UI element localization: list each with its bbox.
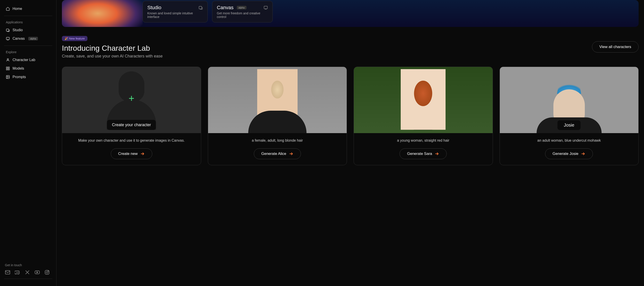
sidebar-item-canvas[interactable]: Canvas alpha bbox=[4, 34, 52, 43]
character-lab-section: 🎉 New feature Introducing Character Lab … bbox=[62, 36, 638, 165]
character-card-josie[interactable]: Josie an adult woman, blue undercut moha… bbox=[500, 67, 639, 165]
divider bbox=[4, 278, 52, 279]
sidebar-label-character-lab: Character Lab bbox=[12, 58, 35, 62]
feature-subtitle: Create, save, and use your own AI Charac… bbox=[62, 54, 162, 59]
hero-banner: Studio Known and loved simple intuitive … bbox=[62, 0, 638, 27]
character-card-alice[interactable]: Alice a female, adult, long blonde hair … bbox=[208, 67, 347, 165]
character-cards-row: + Create your character Make your own ch… bbox=[62, 67, 638, 165]
svg-rect-0 bbox=[6, 29, 9, 32]
youtube-icon[interactable] bbox=[34, 270, 40, 275]
sidebar-item-character-lab[interactable]: Character Lab bbox=[4, 56, 52, 64]
social-links bbox=[4, 270, 52, 275]
generate-sara-label: Generate Sara bbox=[407, 152, 432, 156]
x-twitter-icon[interactable] bbox=[25, 270, 30, 275]
sidebar-label-canvas: Canvas bbox=[12, 37, 25, 41]
create-character-label: Create your character bbox=[107, 120, 156, 130]
sidebar-label-models: Models bbox=[12, 67, 24, 71]
generate-josie-button[interactable]: Generate Josie bbox=[545, 148, 593, 159]
sidebar: Home Applications Studio Canvas alpha Ex… bbox=[0, 0, 56, 286]
new-feature-badge: 🎉 New feature bbox=[62, 36, 88, 41]
view-all-characters-button[interactable]: View all characters bbox=[592, 41, 638, 53]
layers-icon bbox=[198, 6, 203, 10]
svg-rect-1 bbox=[6, 37, 10, 40]
prompts-icon bbox=[6, 75, 10, 79]
svg-point-8 bbox=[7, 76, 8, 77]
svg-point-15 bbox=[48, 271, 49, 271]
create-character-image: + Create your character bbox=[62, 67, 201, 133]
instagram-icon[interactable] bbox=[44, 270, 50, 275]
feature-title: Introducing Character Lab bbox=[62, 44, 162, 53]
generate-josie-label: Generate Josie bbox=[552, 152, 578, 156]
arrow-right-icon bbox=[140, 151, 145, 156]
svg-point-14 bbox=[46, 271, 48, 273]
create-new-button[interactable]: Create new bbox=[111, 148, 152, 159]
create-new-label: Create new bbox=[118, 152, 138, 156]
svg-rect-6 bbox=[8, 69, 10, 70]
main-content: Studio Known and loved simple intuitive … bbox=[56, 0, 644, 286]
character-lab-icon bbox=[6, 58, 10, 62]
character-portrait-josie: Josie bbox=[500, 67, 638, 133]
svg-rect-16 bbox=[199, 6, 202, 9]
character-card-sara[interactable]: Sara a young woman, straight red hair Ge… bbox=[354, 67, 493, 165]
sidebar-label-home: Home bbox=[12, 7, 22, 11]
sidebar-label-prompts: Prompts bbox=[12, 75, 26, 79]
arrow-right-icon bbox=[580, 151, 586, 156]
home-icon bbox=[6, 7, 10, 11]
studio-icon bbox=[6, 28, 10, 32]
sidebar-item-prompts[interactable]: Prompts bbox=[4, 73, 52, 81]
create-character-card[interactable]: + Create your character Make your own ch… bbox=[62, 67, 201, 165]
generate-alice-button[interactable]: Generate Alice bbox=[254, 148, 301, 159]
character-desc-sara: a young woman, straight red hair bbox=[397, 138, 449, 143]
section-applications: Applications bbox=[4, 19, 52, 26]
arrow-right-icon bbox=[434, 151, 439, 156]
get-in-touch-label: Get in touch bbox=[4, 263, 52, 267]
character-name-alice: Alice bbox=[266, 120, 288, 130]
sidebar-item-home[interactable]: Home bbox=[4, 5, 52, 13]
hero-canvas-title: Canvas bbox=[217, 5, 234, 11]
alpha-badge: alpha bbox=[237, 6, 246, 10]
svg-rect-17 bbox=[264, 6, 268, 9]
character-portrait-sara: Sara bbox=[354, 67, 493, 133]
divider bbox=[4, 46, 52, 46]
character-desc-josie: an adult woman, blue undercut mohawk bbox=[537, 138, 601, 143]
svg-point-2 bbox=[7, 59, 8, 60]
discord-icon[interactable] bbox=[15, 270, 20, 275]
svg-rect-3 bbox=[6, 67, 8, 68]
arrow-right-icon bbox=[288, 151, 294, 156]
generate-sara-button[interactable]: Generate Sara bbox=[400, 148, 447, 159]
mail-icon[interactable] bbox=[5, 270, 10, 275]
character-portrait-alice: Alice bbox=[208, 67, 347, 133]
create-character-desc: Make your own character and use it to ge… bbox=[78, 138, 185, 143]
alpha-badge: alpha bbox=[28, 37, 38, 40]
canvas-icon bbox=[6, 37, 10, 41]
hero-card-canvas[interactable]: Canvas alpha Get more freedom and creati… bbox=[212, 1, 273, 23]
svg-rect-5 bbox=[6, 69, 8, 70]
hero-studio-desc: Known and loved simple intuitive interfa… bbox=[147, 12, 203, 19]
svg-point-11 bbox=[18, 272, 18, 272]
character-name-josie: Josie bbox=[558, 120, 580, 130]
section-explore: Explore bbox=[4, 49, 52, 56]
hero-canvas-desc: Get more freedom and creative control bbox=[217, 12, 268, 19]
sidebar-label-studio: Studio bbox=[12, 28, 23, 32]
sidebar-item-models[interactable]: Models bbox=[4, 64, 52, 73]
character-name-sara: Sara bbox=[412, 120, 434, 130]
models-icon bbox=[6, 67, 10, 71]
easel-icon bbox=[264, 6, 268, 10]
sidebar-item-studio[interactable]: Studio bbox=[4, 26, 52, 34]
generate-alice-label: Generate Alice bbox=[261, 152, 286, 156]
hero-studio-title: Studio bbox=[147, 5, 161, 11]
hero-card-studio[interactable]: Studio Known and loved simple intuitive … bbox=[142, 1, 208, 23]
svg-rect-4 bbox=[8, 67, 10, 68]
plus-icon: + bbox=[128, 93, 134, 104]
svg-point-10 bbox=[16, 272, 17, 272]
divider bbox=[4, 16, 52, 16]
character-desc-alice: a female, adult, long blonde hair bbox=[252, 138, 303, 143]
